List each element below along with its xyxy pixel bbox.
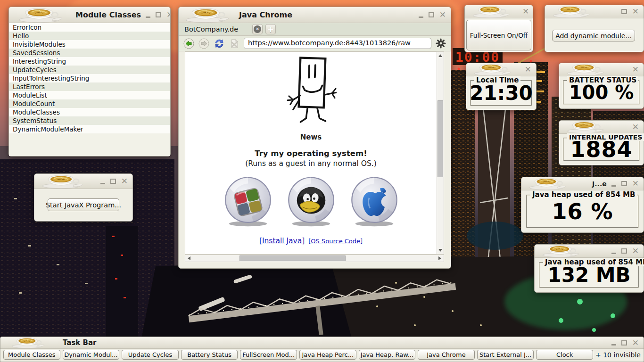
maximize-button[interactable] [621, 248, 627, 254]
close-icon: ✕ [522, 8, 529, 16]
reload-button[interactable] [214, 38, 225, 49]
fullscreen-toggle-button[interactable]: Full-Screen On/Off [466, 20, 531, 50]
maximize-button[interactable] [621, 181, 627, 186]
titlebar[interactable]: ✕ [559, 121, 644, 134]
list-item[interactable]: ModuleList [9, 91, 170, 99]
close-button[interactable]: ✕ [632, 66, 639, 74]
local-time-panel: Local Time 21:30 [470, 80, 532, 106]
list-item[interactable]: SystemStatus [9, 116, 170, 125]
close-button[interactable]: ✕ [525, 66, 531, 74]
close-icon: ✕ [439, 11, 446, 19]
close-button[interactable]: ✕ [632, 123, 639, 131]
list-item[interactable]: UpdateCycles [9, 66, 170, 74]
titlebar[interactable]: J...e ✕ [521, 177, 644, 190]
titlebar[interactable]: ✕ [466, 63, 536, 76]
close-button[interactable]: ✕ [121, 177, 128, 185]
maximize-button[interactable] [110, 179, 116, 184]
list-item[interactable]: ModuleClasses [9, 108, 170, 116]
window-add-dynamic-module: ✕ Add dynamic module... [545, 5, 644, 52]
close-button[interactable]: ✕ [632, 8, 639, 16]
vertical-scrollbar[interactable] [437, 51, 444, 255]
minimize-button[interactable] [419, 12, 423, 18]
list-item[interactable]: LastErrors [9, 82, 170, 91]
maximize-icon [621, 9, 627, 14]
titlebar[interactable]: ✕ [559, 63, 644, 76]
titlebar[interactable]: ✕ [34, 174, 132, 189]
java-heap-percent-panel: Java heap used of 854 MB 16 % [526, 195, 639, 228]
titlebar[interactable]: ✕ [465, 5, 533, 18]
titlebar[interactable]: ✕ [535, 245, 644, 258]
maximize-icon [621, 248, 627, 254]
scroll-up-button[interactable] [437, 52, 444, 59]
scroll-left-button[interactable] [186, 255, 192, 262]
minimize-button[interactable] [611, 248, 616, 254]
minimize-button[interactable] [100, 179, 105, 184]
minimize-button[interactable] [146, 12, 150, 18]
start-javax-program-button[interactable]: Start JavaX Program... [48, 198, 119, 211]
forward-button[interactable] [198, 38, 209, 49]
list-item[interactable]: InvisibleModules [9, 40, 170, 49]
close-tab-button[interactable]: ✕ [252, 24, 263, 34]
taskbar-button-update-cycles[interactable]: Update Cycles [122, 350, 179, 360]
scroll-right-button[interactable] [437, 255, 443, 262]
minimize-button[interactable] [611, 181, 616, 187]
panel-label: INTERNAL UPDATES [567, 133, 644, 141]
taskbar-button-dynamic-module[interactable]: Dynamic Modul... [63, 350, 120, 360]
list-item[interactable]: SavedSessions [9, 49, 170, 57]
scroll-down-button[interactable] [437, 247, 444, 254]
horizontal-scrollbar[interactable] [185, 255, 444, 262]
web-page-content: News Try my operating system! (Runs as a… [185, 51, 437, 255]
taskbar-button-clock[interactable]: Clock [536, 350, 593, 360]
close-icon: ✕ [632, 123, 639, 131]
maximize-button[interactable] [621, 9, 627, 14]
close-button[interactable]: ✕ [632, 339, 639, 347]
close-button[interactable]: ✕ [439, 11, 446, 19]
add-dynamic-module-button[interactable]: Add dynamic module... [552, 30, 635, 41]
taskbar-button-java-chrome[interactable]: Java Chrome [418, 350, 475, 360]
local-time-value: 21:30 [471, 81, 531, 105]
tab-botcompany[interactable]: BotCompany.de [182, 25, 249, 33]
plus-icon: + [267, 25, 274, 33]
window-battery-status: ✕ BATTERY STATUS 100 % [559, 63, 644, 109]
stop-button[interactable] [229, 38, 239, 49]
os-source-code-link[interactable]: [OS Source Code] [308, 238, 363, 245]
back-button[interactable] [183, 38, 194, 49]
vertical-scroll-thumb[interactable] [438, 100, 443, 177]
module-classes-titlebar[interactable]: Module Classes ✕ [9, 7, 170, 23]
list-item[interactable]: Hello [9, 32, 170, 40]
internal-updates-panel: INTERNAL UPDATES 1884 [563, 138, 640, 161]
url-input[interactable]: https://www.botcompany.de:8443/1013826/r… [244, 38, 431, 49]
minimize-icon [611, 185, 616, 187]
horizontal-scroll-thumb[interactable] [239, 255, 346, 261]
maximize-button[interactable] [621, 340, 627, 346]
taskbar-button-java-heap-percent[interactable]: Java Heap Perc... [299, 350, 356, 360]
list-item[interactable]: InterestingString [9, 57, 170, 66]
list-item[interactable]: DynamicModuleMaker [9, 125, 170, 133]
settings-gear-icon[interactable] [436, 38, 446, 49]
maximize-button[interactable] [156, 12, 161, 17]
taskbar-button-start-external[interactable]: Start External J... [477, 350, 534, 360]
window-java-chrome: Java Chrome ✕ BotCompany.de ✕ + [178, 7, 451, 269]
list-item[interactable]: InputToInterestingString [9, 74, 170, 82]
panel-label: Local Time [474, 76, 520, 84]
maximize-button[interactable] [429, 12, 434, 17]
close-button[interactable]: ✕ [522, 8, 529, 16]
close-button[interactable]: ✕ [166, 11, 170, 19]
taskbar-titlebar[interactable]: Task Bar ✕ [0, 337, 644, 349]
list-item[interactable]: ErrorIcon [9, 23, 170, 32]
java-chrome-titlebar[interactable]: Java Chrome ✕ [179, 7, 451, 23]
taskbar-button-fullscreen-mode[interactable]: FullScreen Mod... [240, 350, 297, 360]
list-item[interactable]: ModuleCount [9, 99, 170, 108]
close-icon: ✕ [166, 11, 170, 19]
new-tab-button[interactable]: + [265, 24, 276, 34]
taskbar-button-battery-status[interactable]: Battery Status [181, 350, 238, 360]
install-java-link[interactable]: [Install Java] [259, 237, 305, 245]
taskbar-button-module-classes[interactable]: Module Classes [3, 350, 60, 360]
minimize-button[interactable] [611, 340, 616, 346]
close-button[interactable]: ✕ [632, 180, 639, 188]
taskbar-button-java-heap-raw[interactable]: Java Heap, Raw... [359, 350, 416, 360]
titlebar[interactable]: ✕ [545, 5, 644, 18]
os-subheadline: (Runs as a guest in any normal OS.) [245, 159, 377, 168]
close-button[interactable]: ✕ [632, 247, 639, 255]
maximize-icon [110, 179, 116, 184]
